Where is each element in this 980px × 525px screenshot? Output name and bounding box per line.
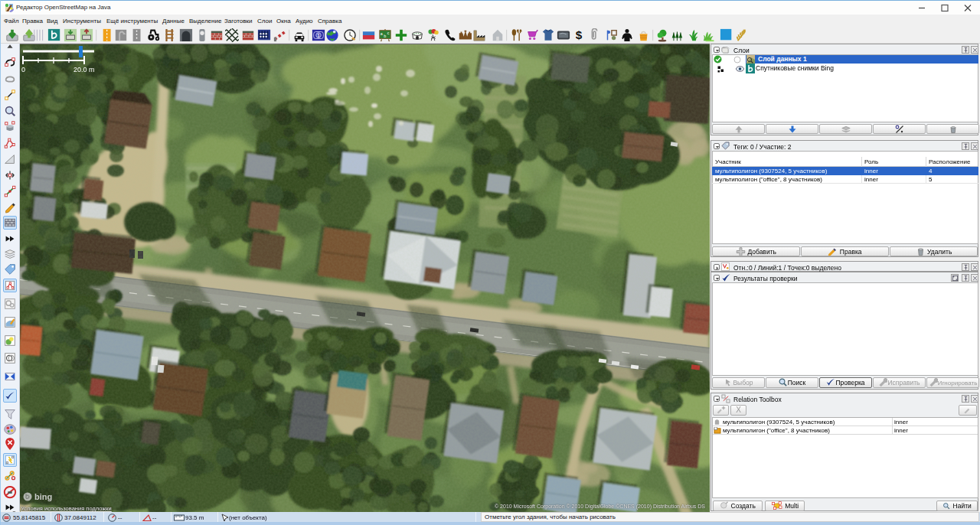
svg-text:$: $ [576, 28, 583, 41]
svg-text:0: 0 [21, 66, 25, 73]
svg-text:b: b [384, 34, 386, 38]
svg-text:20.0 m: 20.0 m [74, 66, 95, 73]
svg-text:1: 1 [317, 32, 321, 39]
svg-text:c: c [387, 31, 390, 35]
svg-text:a: a [381, 31, 383, 36]
